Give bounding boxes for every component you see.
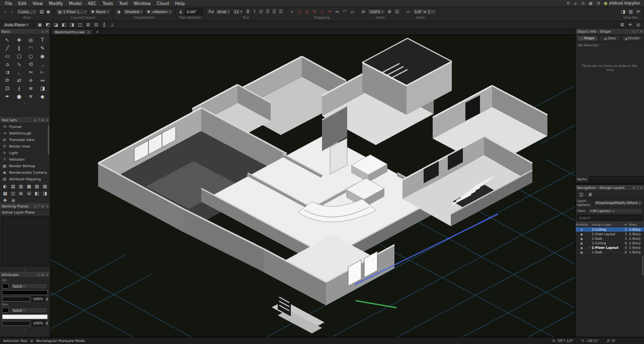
palette-menu-icon[interactable]: ≡ [41,30,44,34]
tool-set-item[interactable]: ⇥ Walkthrough [0,130,50,136]
text-style-button[interactable]: ☰ [271,8,277,15]
mode-icon[interactable]: ◧ [61,22,67,28]
navigation-mode-icon[interactable]: ≣ [586,191,594,197]
palette-close-icon[interactable]: ✕ [46,273,48,277]
fill-opacity-value[interactable]: 100% [32,296,45,302]
tool-button[interactable]: ≡ [25,84,37,92]
tool-set-item[interactable]: ◉ Renderworks Camera [0,169,50,176]
auto-plane-dropdown[interactable]: Auto-Plane▾ [3,22,30,28]
tool-set-extra-icon[interactable]: ✥ [1,197,9,203]
menu-item[interactable]: File [2,0,15,7]
font-size-dropdown[interactable]: 12▾ [232,9,244,15]
mode-icon[interactable]: ◨ [69,22,75,28]
tool-button[interactable]: T [37,36,48,44]
tool-button[interactable]: ✥ [13,36,25,44]
stepper[interactable]: ▲▼ [46,321,48,325]
mode-icon[interactable]: ◪ [53,22,59,28]
dock-icon[interactable]: ⊞ [619,22,625,28]
mode-icon[interactable]: ◩ [45,22,51,28]
design-layer-row[interactable]: ✕ 2-Ceiling 1 2-Story [576,227,644,232]
palette-help-icon[interactable]: ? [636,30,638,34]
tool-set-category-icon[interactable]: ⊟ [25,190,33,197]
fill-opacity-bar[interactable] [2,297,30,302]
document-tab[interactable]: Backcountry.vwx ✕ [51,29,93,35]
visibility-column-header[interactable]: Visibility [576,223,588,226]
fill-style-dropdown[interactable]: Solid▾ [11,283,48,289]
tool-set-category-icon[interactable]: ◐ [1,183,9,190]
font-family-dropdown[interactable]: Arial▾ [215,9,231,15]
number-column-header[interactable]: # [622,223,628,226]
tool-button[interactable]: ✂ [25,68,37,76]
snap-icon[interactable]: ▢ [296,8,302,15]
marquee-mode-icon[interactable]: ⊠ [30,339,33,343]
snap-icon[interactable]: ◠ [341,8,348,15]
menu-item[interactable]: Help [172,0,188,7]
tool-button[interactable]: ✛ [25,76,37,84]
snap-icon[interactable]: ▱ [349,8,355,15]
design-layer-row[interactable]: ● 1-Ceiling 4 1-Story [576,241,644,245]
snap-icon[interactable]: ⊹ [318,8,325,15]
scrollbar[interactable] [642,255,643,276]
tool-set-extra-icon[interactable]: ⊚ [9,197,17,203]
visibility-toggle[interactable]: ● [576,251,588,254]
tool-set-item[interactable]: ⟲ Flyover [0,123,50,130]
menu-item[interactable]: Cloud [153,0,172,7]
menu-item[interactable]: AEC [85,0,100,7]
tool-button[interactable]: ◆ [37,92,48,100]
menu-item[interactable]: Window [131,0,154,7]
palette-menu-icon[interactable]: ≡ [632,30,635,34]
tool-set-category-icon[interactable]: ▦ [25,183,33,190]
mode-icon[interactable]: ∥ [101,22,108,28]
tool-button[interactable]: ╱ [2,44,13,52]
snap-icon[interactable]: ⌗ [288,8,295,15]
fill-color-swatch[interactable] [2,290,48,295]
tool-set-category-icon[interactable]: ◧ [33,190,41,197]
visibility-toggle[interactable]: ● [576,233,588,236]
close-tab-icon[interactable]: ✕ [87,30,90,34]
menu-icon[interactable]: ◔ [595,1,602,6]
visibility-toggle[interactable]: ● [576,237,588,240]
menu-icon[interactable]: ◎ [580,1,587,6]
design-layer-row[interactable]: ● ✓ 1-Floor Layout 5 1-Story [576,245,644,250]
tool-set-item[interactable]: ▨ Attribute Mapping [0,176,50,182]
tool-button[interactable]: ⟳ [2,76,13,84]
tool-button[interactable]: ∿ [13,60,25,68]
palette-close-icon[interactable]: ✕ [640,30,642,34]
layer-table-header[interactable]: Visibility Design Layer # Story [576,222,644,227]
menu-icon[interactable]: ✛ [565,1,572,6]
zoom-out-icon[interactable]: ⊖ [360,8,366,15]
palette-help-icon[interactable]: ? [38,118,40,122]
object-name-input[interactable] [589,176,644,182]
zoom-in-icon[interactable]: ⊕ [386,8,393,15]
text-style-button[interactable]: ☰ [277,8,284,15]
tool-button[interactable]: ⌂ [2,60,13,68]
saved-views-dropdown[interactable]: Custo...▾ [16,9,37,15]
tool-set-category-icon[interactable]: ▩ [1,190,9,197]
text-style-button[interactable]: U [258,8,264,15]
tool-button[interactable]: ◞ [37,60,48,68]
tool-set-item[interactable]: ☀ Light [0,150,50,156]
active-plane-label[interactable]: Active Layer Plane [0,210,50,216]
design-layer-row[interactable]: ● 2-Slab 3 2-Story [576,236,644,241]
mode-icon[interactable]: ⊞ [85,22,92,28]
active-layer-dropdown[interactable]: ▤1-Floor L...▾ [56,9,88,15]
tool-set-category-icon[interactable]: ▧ [33,183,41,190]
expand-icon[interactable]: ⌄ [0,326,50,331]
tool-set-item[interactable]: ☼ Heliodon [0,156,50,163]
visibility-toggle[interactable]: ● [576,246,588,249]
text-style-button[interactable]: I [251,8,258,15]
palette-dock-icon[interactable]: ⊟ [41,204,44,209]
tool-button[interactable]: ✎ [37,44,48,52]
mode-icon[interactable]: ⊟ [93,22,100,28]
snap-icon[interactable]: ✕ [311,8,317,15]
object-info-tab[interactable]: ▤ Data [599,35,620,41]
pen-opacity-bar[interactable] [2,321,30,326]
fill-pattern-swatch[interactable] [2,284,9,289]
mode-icon[interactable]: ⊥ [109,22,116,28]
view-nav-icon[interactable]: › [9,8,15,15]
menu-item[interactable]: View [30,0,46,7]
tool-button[interactable]: ◉ [37,52,48,60]
text-style-button[interactable]: ☰ [264,8,271,15]
format-text-icon[interactable]: Aa [208,8,215,15]
tool-button[interactable]: ✕ [25,92,37,100]
